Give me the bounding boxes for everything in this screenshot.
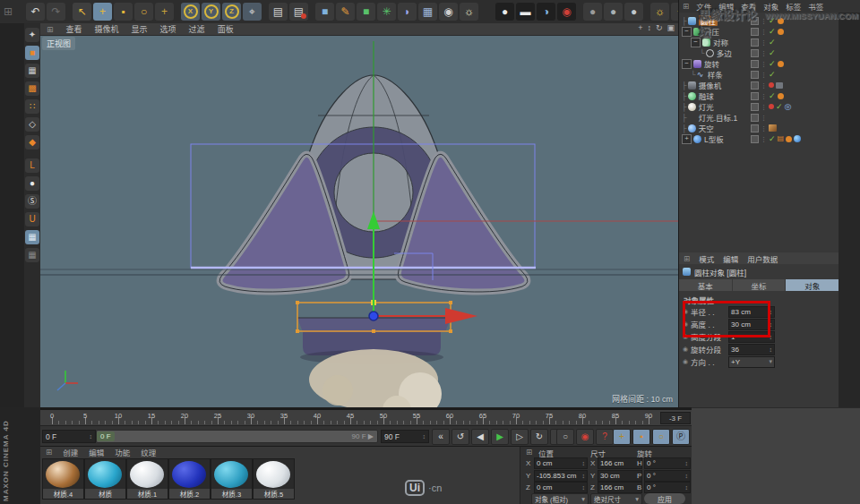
last-used-tool[interactable]: +	[155, 3, 174, 21]
position-value-field[interactable]: 0 cm↕	[534, 482, 588, 493]
pan-view-icon[interactable]: +	[638, 23, 642, 32]
render-view-button[interactable]: ▤	[269, 3, 288, 21]
visibility-dots-icon[interactable]: ⋮	[761, 136, 767, 142]
expand-toggle-icon[interactable]: −	[682, 27, 692, 37]
play-backwards-button[interactable]: ↺	[452, 429, 469, 445]
shading-sphere-1[interactable]: ●	[583, 3, 602, 21]
rotate-view-icon[interactable]: ↻	[656, 23, 663, 32]
rotation-value-field[interactable]: 0 °↕	[644, 482, 691, 493]
layer-square-icon[interactable]	[751, 60, 759, 68]
material-材质.3[interactable]: 材质.3	[211, 458, 253, 500]
ball-tag-icon[interactable]	[794, 135, 801, 142]
polygons-mode-button[interactable]: ◆	[25, 135, 39, 149]
tab-对象[interactable]: 对象	[786, 279, 838, 291]
object-row-灯光[interactable]: ├灯光⋮✓◎	[679, 101, 841, 112]
viewport-menu-5[interactable]: 面板	[218, 23, 234, 35]
viewport[interactable]: ⊞ 查看摄像机显示选项过滤面板 +↕↻▣ 正视图	[40, 23, 678, 407]
object-label[interactable]: 融球	[699, 90, 714, 101]
rotation-value-field[interactable]: 0 °↕	[644, 470, 691, 482]
phong-tag-icon[interactable]	[786, 136, 792, 142]
lock-x-axis-button[interactable]: X	[181, 3, 200, 21]
object-label[interactable]: 多边	[717, 47, 732, 58]
object-label[interactable]: 旋转	[704, 58, 719, 69]
object-row-天空[interactable]: ├天空⋮	[679, 123, 841, 133]
stepper-icon[interactable]: ↕	[770, 346, 773, 353]
disabled-dot-icon[interactable]	[769, 104, 774, 109]
object-row-摄像机[interactable]: ├摄像机⋮	[679, 80, 841, 90]
main-menu-icon[interactable]: ⊞	[2, 3, 14, 21]
material-材质.5[interactable]: 材质.5	[253, 458, 295, 500]
workplane-mode-button[interactable]: ▩	[25, 81, 39, 96]
size-value-field[interactable]: 166 cm↕	[598, 482, 642, 493]
object-label[interactable]: 灯光	[699, 101, 714, 112]
size-value-field[interactable]: 166 cm↕	[598, 457, 642, 469]
material-材质.2[interactable]: 材质.2	[168, 458, 211, 500]
go-to-start-button[interactable]: «	[432, 429, 450, 445]
stepper-icon[interactable]: ↕	[582, 473, 586, 479]
stepper-icon[interactable]: ↕	[685, 460, 689, 466]
camera-tag-icon[interactable]	[776, 82, 783, 89]
add-generator-button[interactable]: ■	[357, 3, 375, 21]
shading-sphere-3[interactable]: ●	[624, 3, 643, 21]
viewport-menu-3[interactable]: 选项	[160, 23, 176, 35]
material-材质.4[interactable]: 材质.4	[42, 458, 84, 500]
size-value-field[interactable]: 30 cm↕	[598, 470, 642, 482]
rotation-value-field[interactable]: 0 °↕	[644, 457, 691, 469]
visibility-dots-icon[interactable]: ⋮	[761, 61, 767, 67]
timeline-ruler[interactable]: 051015202530354045505560657075808590 -3 …	[40, 409, 692, 425]
keyframe-help-button[interactable]: ?	[596, 429, 614, 445]
record-parameter-toggle[interactable]: Ⓟ	[672, 429, 690, 445]
disabled-dot-icon[interactable]	[769, 82, 774, 88]
tab-坐标[interactable]: 坐标	[733, 279, 786, 291]
expand-toggle-icon[interactable]: +	[682, 134, 692, 144]
stepper-icon[interactable]: ↕	[685, 484, 689, 491]
viewport-menu-2[interactable]: 显示	[132, 23, 148, 35]
position-value-field[interactable]: -105.853 cm↕	[534, 470, 588, 482]
object-label[interactable]: 灯光.目标.1	[699, 112, 737, 123]
layer-square-icon[interactable]	[751, 49, 759, 57]
sun-coordinates-button[interactable]: ☼	[650, 3, 669, 21]
display-record-button[interactable]: ◉	[557, 3, 576, 21]
object-label[interactable]: L型板	[704, 133, 724, 144]
viewport-menu-4[interactable]: 过滤	[189, 23, 205, 35]
materials-menu-2[interactable]: 功能	[115, 447, 130, 457]
visibility-dots-icon[interactable]: ⋮	[761, 125, 767, 132]
add-light-button[interactable]: ☼	[460, 3, 478, 21]
current-frame-field[interactable]: 0 F↕	[42, 430, 96, 443]
autokey-button[interactable]: ◉	[576, 429, 594, 445]
size-mode-dropdown[interactable]: 绝对尺寸▾	[590, 493, 642, 504]
materials-menu-1[interactable]: 编辑	[89, 447, 104, 457]
model-mode-button[interactable]: ■	[25, 46, 39, 60]
enable-axis-button[interactable]: L	[25, 158, 39, 173]
enabled-check-icon[interactable]: ✓	[769, 49, 776, 57]
photo-tag-icon[interactable]	[769, 124, 777, 132]
enabled-check-icon[interactable]: ✓	[769, 135, 776, 143]
materials-menu-3[interactable]: 纹理	[141, 447, 156, 457]
play-forwards-button[interactable]: ▶	[491, 429, 509, 445]
workplane-lock-button[interactable]: ▦	[25, 230, 39, 244]
object-row-旋转[interactable]: −旋转⋮✓	[679, 58, 841, 69]
layer-square-icon[interactable]	[751, 71, 759, 79]
end-frame-field[interactable]: 90 F↕	[381, 430, 429, 443]
add-camera-button[interactable]: ◉	[439, 3, 458, 21]
record-position-toggle[interactable]: +	[613, 429, 631, 445]
redo-button[interactable]: ↷	[47, 3, 65, 21]
add-array-button[interactable]: ▦	[418, 3, 437, 21]
display-gouraud-button[interactable]: ●	[495, 3, 514, 21]
layer-square-icon[interactable]	[751, 124, 759, 132]
shading-sphere-2[interactable]: ●	[604, 3, 623, 21]
viewport-interaction-button[interactable]: ●	[25, 176, 39, 191]
viewport-menu-1[interactable]: 摄像机	[95, 23, 119, 35]
layer-square-icon[interactable]	[751, 92, 759, 100]
layer-square-icon[interactable]	[751, 81, 759, 90]
attribute-menu-1[interactable]: 编辑	[723, 253, 738, 264]
display-capsule-button[interactable]: ▬	[516, 3, 535, 21]
make-editable-button[interactable]: ✦	[25, 28, 39, 42]
position-value-field[interactable]: 0 cm↕	[534, 457, 588, 469]
visibility-dots-icon[interactable]: ⋮	[761, 50, 767, 56]
toggle-view-icon[interactable]: ▣	[666, 23, 675, 32]
visibility-dots-icon[interactable]: ⋮	[761, 93, 767, 99]
points-mode-button[interactable]: ∷	[25, 99, 39, 114]
object-row-样条[interactable]: └∿样条⋮✓	[679, 69, 850, 80]
coordinate-system-button[interactable]: ⌖	[243, 3, 262, 21]
